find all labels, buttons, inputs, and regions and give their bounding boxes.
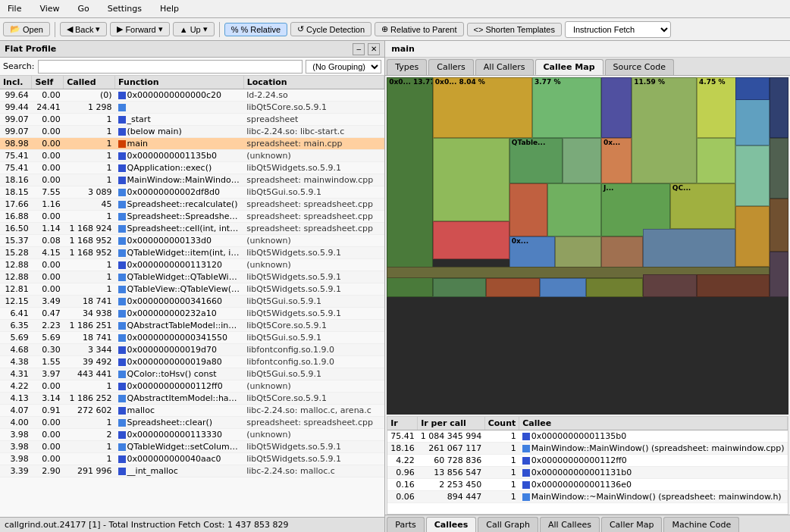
table-row[interactable]: 6.35 2.23 1 186 251 QAbstractTableModel:… bbox=[0, 320, 384, 332]
table-row[interactable]: 12.81 0.00 1 QTableView::QTableView(QTa.… bbox=[0, 283, 384, 296]
callee-row[interactable]: 0.06 894 447 1 MainWindow::~MainWindow()… bbox=[387, 491, 787, 503]
col-called[interactable]: Called bbox=[64, 76, 115, 89]
table-row[interactable]: 18.15 7.55 3 089 0x00000000002df8d0 libQ… bbox=[0, 186, 384, 199]
bottom-tab-parts[interactable]: Parts bbox=[387, 517, 424, 532]
table-row[interactable]: 99.64 0.00 (0) 0x0000000000000c20 ld-2.2… bbox=[0, 89, 384, 102]
table-row[interactable]: 5.69 5.69 18 741 0x00000000000341550 lib… bbox=[0, 332, 384, 344]
table-row[interactable]: 99.07 0.00 1 _start spreadsheet bbox=[0, 114, 384, 126]
treemap-cell[interactable]: 3.77 % bbox=[532, 77, 601, 138]
treemap-cell[interactable] bbox=[770, 138, 788, 199]
treemap-cell[interactable]: 0x0... 13.77 % bbox=[387, 77, 433, 297]
table-row[interactable]: 12.15 3.49 18 741 0x0000000000341660 lib… bbox=[0, 296, 384, 308]
callee-col-count[interactable]: Count bbox=[484, 417, 519, 430]
table-row[interactable]: 99.07 0.00 1 (below main) libc-2.24.so: … bbox=[0, 126, 384, 138]
treemap-cell[interactable] bbox=[509, 183, 547, 236]
treemap-cell[interactable] bbox=[735, 77, 770, 100]
treemap-cell[interactable] bbox=[697, 274, 770, 297]
table-row[interactable]: 3.98 0.00 1 0x000000000040aac0 libQt5Wid… bbox=[0, 453, 384, 465]
table-row[interactable]: 75.41 0.00 1 0x0000000001135b0 (unknown) bbox=[0, 150, 384, 162]
close-button[interactable]: ✕ bbox=[368, 43, 380, 55]
table-row[interactable]: 12.88 0.00 1 QTableWidget::QTableWidget(… bbox=[0, 271, 384, 283]
back-button[interactable]: ◀ Back ▾ bbox=[60, 22, 107, 36]
treemap-cell[interactable] bbox=[601, 77, 632, 138]
col-function[interactable]: Function bbox=[115, 76, 244, 89]
treemap-cell[interactable] bbox=[540, 278, 586, 297]
col-location[interactable]: Location bbox=[243, 76, 384, 89]
tab-all-callers[interactable]: All Callers bbox=[475, 59, 534, 75]
callee-row[interactable]: 18.16 261 067 117 1 MainWindow::MainWind… bbox=[387, 443, 787, 455]
shorten-templates-button[interactable]: <> Shorten Templates bbox=[467, 23, 562, 36]
menu-help[interactable]: Help bbox=[155, 2, 183, 15]
search-input[interactable] bbox=[38, 60, 303, 74]
tab-source-code[interactable]: Source Code bbox=[605, 59, 674, 75]
table-row[interactable]: 4.68 0.30 3 344 0x000000000019d70 libfon… bbox=[0, 344, 384, 356]
table-row[interactable]: 16.88 0.00 1 Spreadsheet::Spreadsheet(Q.… bbox=[0, 211, 384, 223]
callee-row[interactable]: 0.16 2 253 450 1 0x000000000001136e0 bbox=[387, 479, 787, 491]
bottom-tab-all-callees[interactable]: All Callees bbox=[540, 517, 600, 532]
table-row[interactable]: 4.38 1.55 39 492 0x0000000000019a80 libf… bbox=[0, 356, 384, 368]
treemap-cell[interactable] bbox=[735, 206, 770, 267]
table-row[interactable]: 4.31 3.97 443 441 QColor::toHsv() const … bbox=[0, 368, 384, 380]
treemap-cell[interactable]: QTable... bbox=[509, 138, 563, 183]
bottom-tab-caller-map[interactable]: Caller Map bbox=[601, 517, 663, 532]
callee-col-callee[interactable]: Callee bbox=[519, 417, 788, 430]
treemap-cell[interactable]: 11.59 % bbox=[632, 77, 697, 183]
treemap-cell[interactable] bbox=[770, 199, 788, 252]
treemap-cell[interactable] bbox=[586, 278, 644, 297]
treemap-cell[interactable] bbox=[770, 252, 788, 297]
callee-col-ir[interactable]: Ir bbox=[387, 417, 418, 430]
treemap-cell[interactable] bbox=[563, 138, 600, 183]
treemap-cell[interactable] bbox=[433, 221, 509, 259]
tab-callers[interactable]: Callers bbox=[428, 59, 474, 75]
col-incl[interactable]: Incl. bbox=[0, 76, 32, 89]
visualization-dropdown[interactable]: Instruction Fetch bbox=[565, 21, 671, 38]
callee-row[interactable]: 0.96 13 856 547 1 0x000000000001131b0 bbox=[387, 467, 787, 479]
treemap-cell[interactable] bbox=[547, 183, 601, 236]
menu-go[interactable]: Go bbox=[74, 2, 94, 15]
bottom-tab-call-graph[interactable]: Call Graph bbox=[478, 517, 538, 532]
table-row[interactable]: 4.13 3.14 1 186 252 QAbstractItemModel::… bbox=[0, 393, 384, 405]
table-row[interactable]: 16.50 1.14 1 168 924 Spreadsheet::cell(i… bbox=[0, 223, 384, 235]
treemap-cell[interactable] bbox=[735, 146, 770, 206]
forward-button[interactable]: ▶ Forward ▾ bbox=[110, 22, 169, 36]
menu-view[interactable]: View bbox=[35, 2, 64, 15]
relative-to-parent-button[interactable]: ⊕ Relative to Parent bbox=[375, 22, 463, 36]
callee-row[interactable]: 4.22 60 728 836 1 0x00000000000112ff0 bbox=[387, 455, 787, 467]
cycle-detection-button[interactable]: ↺ Cycle Detection bbox=[290, 22, 371, 36]
treemap-cell[interactable]: 0x0... 8.04 % bbox=[433, 77, 532, 138]
table-row[interactable]: 98.98 0.00 1 main spreadsheet: main.cpp bbox=[0, 138, 384, 150]
bottom-tab-machine-code[interactable]: Machine Code bbox=[663, 517, 739, 532]
table-row[interactable]: 3.98 0.00 2 0x0000000000113330 (unknown) bbox=[0, 429, 384, 441]
open-button[interactable]: 📂 Open bbox=[3, 22, 50, 36]
up-button[interactable]: ▲ Up ▾ bbox=[173, 22, 215, 36]
treemap-cell[interactable] bbox=[697, 138, 735, 183]
treemap-cell[interactable] bbox=[643, 274, 697, 297]
treemap-cell[interactable] bbox=[433, 138, 509, 221]
table-row[interactable]: 3.39 2.90 291 996 __int_malloc libc-2.24… bbox=[0, 465, 384, 477]
table-row[interactable]: 4.22 0.00 1 0x00000000000112ff0 (unknown… bbox=[0, 380, 384, 393]
minimize-button[interactable]: – bbox=[353, 43, 365, 55]
callee-row[interactable]: 75.41 1 084 345 994 1 0x00000000001135b0 bbox=[387, 430, 787, 443]
treemap-cell[interactable]: QC... bbox=[670, 183, 735, 229]
callee-col-per-call[interactable]: Ir per call bbox=[418, 417, 484, 430]
grouping-dropdown[interactable]: (No Grouping) bbox=[306, 60, 381, 74]
menu-file[interactable]: File bbox=[3, 2, 26, 15]
table-row[interactable]: 75.41 0.00 1 QApplication::exec() libQt5… bbox=[0, 162, 384, 174]
table-row[interactable]: 4.00 0.00 1 Spreadsheet::clear() spreads… bbox=[0, 417, 384, 429]
relative-button[interactable]: % % Relative bbox=[224, 23, 287, 36]
table-row[interactable]: 17.66 1.16 45 Spreadsheet::recalculate()… bbox=[0, 199, 384, 211]
table-row[interactable]: 15.28 4.15 1 168 952 QTableWidget::item(… bbox=[0, 247, 384, 259]
table-row[interactable]: 3.98 0.00 1 QTableWidget::setColumnCou..… bbox=[0, 441, 384, 453]
treemap-cell[interactable] bbox=[486, 278, 540, 297]
treemap-cell[interactable] bbox=[433, 278, 487, 297]
tab-callee-map[interactable]: Callee Map bbox=[535, 59, 603, 75]
tab-types[interactable]: Types bbox=[387, 59, 427, 75]
table-row[interactable]: 6.41 0.47 34 938 0x000000000232a10 libQt… bbox=[0, 308, 384, 320]
table-row[interactable]: 12.88 0.00 1 0x0000000000113120 (unknown… bbox=[0, 259, 384, 271]
treemap-cell[interactable]: 0x... bbox=[601, 138, 632, 183]
table-row[interactable]: 18.16 0.00 1 MainWindow::MainWindow() sp… bbox=[0, 174, 384, 186]
menu-settings[interactable]: Settings bbox=[103, 2, 146, 15]
treemap-cell[interactable] bbox=[770, 77, 788, 138]
table-row[interactable]: 15.37 0.08 1 168 952 0x000000000133d0 (u… bbox=[0, 235, 384, 247]
col-self[interactable]: Self bbox=[32, 76, 64, 89]
